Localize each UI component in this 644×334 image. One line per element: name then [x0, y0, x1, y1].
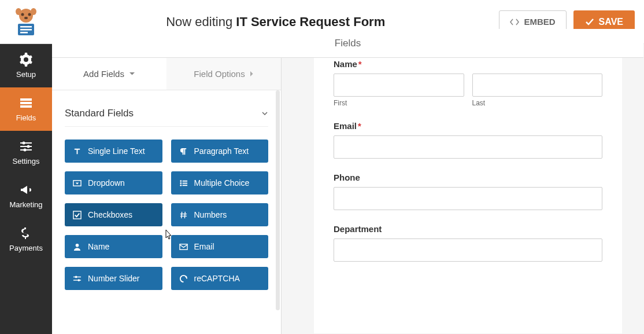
nav-settings-label: Settings [13, 157, 40, 166]
form-icon [19, 96, 33, 110]
svg-point-32 [77, 279, 80, 281]
svg-rect-10 [20, 98, 32, 101]
hash-icon [179, 211, 188, 219]
chevron-down-icon [261, 111, 268, 116]
field-label: Paragraph Text [194, 146, 249, 156]
field-email[interactable]: Email [171, 235, 269, 258]
form-field-name[interactable]: Name* First Last [334, 59, 602, 107]
field-label: Multiple Choice [194, 178, 250, 188]
panel-tabs: Add Fields Field Options [52, 58, 281, 90]
field-numbers[interactable]: Numbers [171, 203, 269, 226]
form-field-phone[interactable]: Phone [334, 172, 602, 210]
scrollbar[interactable] [276, 90, 280, 310]
last-sublabel: Last [472, 99, 603, 107]
field-recaptcha[interactable]: reCAPTCHA [171, 267, 269, 290]
nav-payments[interactable]: Payments [0, 218, 52, 261]
label-text: Email [334, 121, 357, 131]
form-preview: Name* First Last Email* Phone [282, 44, 644, 334]
svg-rect-13 [20, 142, 32, 144]
svg-point-18 [24, 149, 27, 152]
text-icon [73, 147, 82, 156]
field-label: Checkboxes [88, 210, 132, 219]
email-input[interactable] [334, 135, 602, 159]
left-nav: Setup Fields Settings Marketing Payments [0, 44, 52, 334]
field-label: Numbers [194, 210, 227, 219]
nav-marketing[interactable]: Marketing [0, 174, 52, 218]
field-grid: Single Line Text Paragraph Text Dropdown… [65, 140, 268, 290]
svg-rect-8 [20, 29, 32, 31]
code-icon [510, 18, 519, 26]
field-multiple-choice[interactable]: Multiple Choice [171, 171, 269, 194]
paragraph-icon [179, 147, 188, 156]
panel-body: Standard Fields Single Line Text Paragra… [52, 90, 281, 334]
svg-rect-29 [73, 276, 81, 277]
nav-marketing-label: Marketing [9, 200, 42, 209]
svg-point-14 [23, 142, 25, 145]
first-name-input[interactable] [334, 74, 464, 97]
preview-form-container: Name* First Last Email* Phone [314, 44, 622, 333]
wpforms-logo-icon [10, 8, 42, 36]
field-number-slider[interactable]: Number Slider [65, 267, 162, 290]
section-standard-fields[interactable]: Standard Fields [65, 102, 268, 127]
main-area: Setup Fields Settings Marketing Payments… [0, 44, 644, 334]
nav-fields[interactable]: Fields [0, 87, 52, 131]
section-title: Standard Fields [65, 108, 134, 119]
field-name[interactable]: Name [65, 235, 162, 258]
label-text: Name [334, 59, 357, 69]
nav-setup[interactable]: Setup [0, 44, 52, 87]
title-form-name: IT Service Request Form [236, 14, 385, 29]
department-input[interactable] [334, 238, 602, 262]
svg-point-20 [180, 180, 182, 182]
fields-panel: Fields Add Fields Field Options Standard… [52, 44, 282, 334]
tab-add-label: Add Fields [83, 69, 124, 79]
field-checkboxes[interactable]: Checkboxes [65, 203, 162, 226]
phone-label: Phone [334, 172, 602, 182]
field-label: reCAPTCHA [194, 274, 240, 283]
svg-point-22 [180, 182, 182, 184]
name-label: Name* [334, 59, 602, 69]
tab-add-fields[interactable]: Add Fields [52, 58, 166, 90]
user-icon [73, 243, 82, 251]
field-paragraph-text[interactable]: Paragraph Text [171, 140, 269, 163]
svg-rect-7 [20, 26, 32, 28]
last-name-input[interactable] [472, 74, 603, 97]
svg-rect-28 [179, 244, 187, 249]
nav-fields-label: Fields [16, 113, 36, 122]
svg-point-1 [21, 13, 24, 16]
form-field-email[interactable]: Email* [334, 121, 602, 159]
check-icon [585, 18, 594, 26]
email-label: Email* [334, 121, 602, 131]
tab-field-options[interactable]: Field Options [166, 58, 281, 90]
embed-label: EMBED [524, 17, 555, 27]
form-field-department[interactable]: Department [334, 224, 602, 262]
svg-point-30 [75, 276, 77, 278]
svg-rect-9 [20, 32, 28, 34]
nav-settings[interactable]: Settings [0, 131, 52, 174]
slider-icon [73, 274, 82, 283]
chevron-down-icon [129, 72, 135, 76]
nav-payments-label: Payments [9, 244, 43, 252]
svg-rect-21 [182, 180, 187, 181]
svg-point-4 [16, 8, 21, 15]
svg-rect-11 [20, 102, 32, 104]
field-dropdown[interactable]: Dropdown [65, 171, 162, 194]
phone-input[interactable] [334, 187, 602, 210]
field-single-line-text[interactable]: Single Line Text [65, 140, 162, 163]
first-sublabel: First [334, 99, 464, 107]
first-name-col: First [334, 74, 464, 107]
title-prefix: Now editing [166, 14, 236, 29]
required-mark: * [358, 121, 361, 131]
fields-header: Fields [52, 29, 643, 58]
required-mark: * [358, 59, 362, 69]
bullhorn-icon [19, 183, 33, 197]
recaptcha-icon [179, 274, 188, 283]
svg-point-3 [24, 17, 28, 19]
svg-point-27 [76, 243, 79, 247]
svg-rect-23 [182, 182, 187, 183]
svg-rect-15 [20, 146, 32, 147]
page-title: Now editing IT Service Request Form [52, 14, 499, 30]
last-name-col: Last [472, 74, 603, 107]
chevron-right-icon [250, 71, 254, 77]
field-label: Single Line Text [88, 146, 145, 156]
svg-point-16 [27, 145, 30, 148]
